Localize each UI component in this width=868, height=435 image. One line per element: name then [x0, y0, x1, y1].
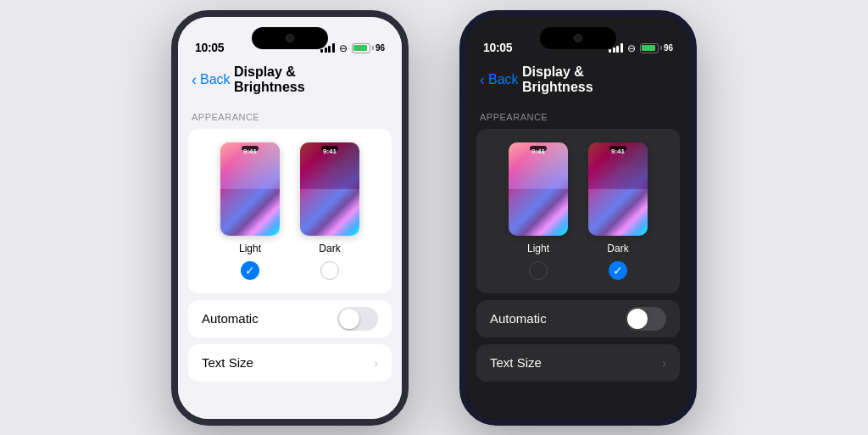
radio-check-light: ✓	[245, 265, 255, 276]
back-button-light[interactable]: ‹ Back	[192, 72, 231, 87]
signal-bar-4	[332, 43, 335, 53]
preview-gradient-dark-light: 9:41	[300, 142, 359, 236]
preview-status-dark-dark: 9:41	[588, 148, 648, 155]
option-label-light-light: Light	[239, 243, 261, 254]
di-camera-light	[286, 34, 294, 42]
status-icons-dark: ⊖ 96	[609, 42, 673, 54]
back-label-dark: Back	[488, 72, 519, 87]
radio-light-light[interactable]: ✓	[241, 261, 259, 280]
page-title-dark: Display & Brightness	[522, 64, 634, 95]
wifi-icon-light: ⊖	[339, 42, 348, 54]
wifi-icon-dark: ⊖	[627, 42, 636, 54]
status-icons-light: ⊖ 96	[320, 42, 385, 54]
text-size-row-dark[interactable]: Text Size ›	[476, 344, 680, 382]
dynamic-island-dark	[540, 27, 616, 49]
phone-preview-dark-light: 9:41	[300, 142, 359, 236]
radio-check-dark: ✓	[613, 265, 623, 276]
content-area-light: APPEARANCE 9:41 Lig	[178, 98, 402, 419]
signal-bar-d2	[613, 47, 615, 53]
preview-gradient-light: 9:41	[220, 142, 280, 236]
option-label-dark-dark: Dark	[607, 243, 628, 254]
preview-gradient-light-dark: 9:41	[509, 142, 568, 236]
appearance-card-light: 9:41 Light ✓	[188, 129, 392, 293]
section-label-appearance-light: APPEARANCE	[178, 98, 402, 129]
toggle-knob-dark	[627, 309, 648, 329]
signal-bar-2	[325, 47, 327, 53]
automatic-label-dark: Automatic	[490, 311, 547, 326]
page-title-light: Display & Brightness	[234, 64, 346, 95]
automatic-row-dark: Automatic	[476, 300, 680, 337]
light-phone-screen: 10:05 ⊖ 96	[178, 17, 402, 419]
appearance-option-light-light[interactable]: 9:41 Light ✓	[220, 142, 280, 280]
preview-gradient-dark-dark: 9:41	[588, 142, 648, 236]
battery-dark: 96	[640, 43, 673, 53]
automatic-toggle-dark[interactable]	[626, 307, 666, 331]
battery-tip-dark	[660, 46, 662, 50]
automatic-label-light: Automatic	[202, 311, 259, 326]
dark-phone-frame: 10:05 ⊖ 96	[459, 10, 697, 426]
text-size-chevron-dark: ›	[662, 356, 666, 370]
section-label-appearance-dark: APPEARANCE	[466, 98, 690, 129]
back-chevron-dark: ‹	[480, 72, 485, 87]
radio-dark-light[interactable]	[320, 261, 339, 280]
automatic-row-light: Automatic	[188, 300, 392, 337]
preview-status-light-dark: 9:41	[509, 148, 568, 155]
signal-bar-3	[328, 46, 331, 53]
dark-phone-screen: 10:05 ⊖ 96	[466, 17, 690, 419]
di-camera-dark	[574, 34, 582, 42]
signal-bar-d3	[616, 46, 619, 53]
nav-bar-light: ‹ Back Display & Brightness	[178, 61, 402, 98]
appearance-card-dark: 9:41 Light	[476, 129, 680, 293]
preview-status-dark-light: 9:41	[300, 148, 359, 155]
appearance-option-dark-dark[interactable]: 9:41 Dark ✓	[588, 142, 648, 280]
light-phone-frame: 10:05 ⊖ 96	[171, 10, 409, 426]
battery-percent-light: 96	[376, 43, 385, 53]
battery-body-light	[352, 43, 370, 53]
signal-bar-d4	[620, 43, 623, 53]
signal-bar-d1	[609, 49, 611, 53]
appearance-option-dark-light[interactable]: 9:41 Dark	[300, 142, 359, 280]
dynamic-island-light	[252, 27, 328, 49]
battery-fill-light	[353, 45, 366, 51]
content-area-dark: APPEARANCE 9:41 Lig	[466, 98, 690, 419]
text-size-chevron-light: ›	[374, 356, 378, 370]
appearance-option-light-dark[interactable]: 9:41 Light	[509, 142, 568, 280]
phone-preview-light-dark: 9:41	[509, 142, 568, 236]
appearance-options-dark: 9:41 Light	[509, 142, 648, 280]
battery-percent-dark: 96	[664, 43, 673, 53]
battery-light: 96	[352, 43, 385, 53]
battery-tip-light	[372, 46, 374, 50]
back-label-light: Back	[200, 72, 231, 87]
preview-status-light: 9:41	[220, 148, 280, 155]
signal-bar-1	[320, 49, 323, 53]
battery-body-dark	[640, 43, 659, 53]
radio-light-dark[interactable]	[529, 261, 548, 280]
option-label-dark-light: Dark	[319, 243, 340, 254]
status-time-light: 10:05	[195, 41, 224, 54]
back-button-dark[interactable]: ‹ Back	[480, 72, 519, 87]
text-size-label-dark: Text Size	[490, 355, 542, 370]
light-phone-wrapper: 10:05 ⊖ 96	[171, 10, 409, 426]
option-label-light-dark: Light	[527, 243, 549, 254]
appearance-options-light: 9:41 Light ✓	[220, 142, 359, 280]
back-chevron-light: ‹	[192, 72, 197, 87]
battery-fill-dark	[642, 45, 654, 51]
status-time-dark: 10:05	[483, 41, 512, 54]
radio-dark-dark[interactable]: ✓	[609, 261, 627, 280]
text-size-row-light[interactable]: Text Size ›	[188, 344, 392, 382]
phone-preview-light-light: 9:41	[220, 142, 280, 236]
text-size-label-light: Text Size	[202, 355, 253, 370]
dark-phone-wrapper: 10:05 ⊖ 96	[459, 10, 697, 426]
automatic-toggle-light[interactable]	[337, 307, 378, 331]
nav-bar-dark: ‹ Back Display & Brightness	[466, 61, 690, 98]
phone-preview-dark-dark: 9:41	[588, 142, 648, 236]
toggle-knob-light	[339, 309, 359, 329]
